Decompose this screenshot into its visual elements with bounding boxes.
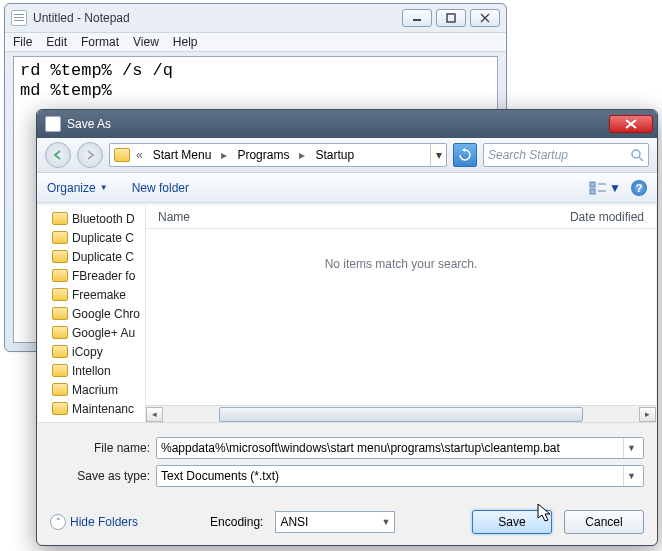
scroll-left-button[interactable]: ◂	[146, 407, 163, 422]
notepad-titlebar[interactable]: Untitled - Notepad	[5, 4, 506, 32]
saveastype-label: Save as type:	[50, 469, 150, 483]
chevron-down-icon: ▼	[100, 183, 108, 192]
chevron-right-icon: ▸	[297, 148, 307, 162]
scroll-right-button[interactable]: ▸	[639, 407, 656, 422]
saveas-icon	[45, 116, 61, 132]
notepad-icon	[11, 10, 27, 26]
tree-item-label: Freemake	[72, 288, 126, 302]
tree-item-label: Macrium	[72, 383, 118, 397]
menu-help[interactable]: Help	[173, 35, 198, 49]
folder-icon	[52, 345, 68, 358]
file-list: Name Date modified No items match your s…	[146, 205, 656, 422]
notepad-title: Untitled - Notepad	[33, 11, 130, 25]
encoding-value: ANSI	[280, 515, 308, 529]
close-button[interactable]	[470, 9, 500, 27]
col-date[interactable]: Date modified	[558, 210, 656, 224]
breadcrumb-seg[interactable]: Programs	[233, 148, 293, 162]
tree-item[interactable]: Macrium	[52, 380, 145, 399]
hide-folders-button[interactable]: ˄ Hide Folders	[50, 514, 138, 530]
forward-button[interactable]	[77, 142, 103, 168]
tree-item[interactable]: Freemake	[52, 285, 145, 304]
breadcrumb[interactable]: « Start Menu ▸ Programs ▸ Startup ▾	[109, 143, 447, 167]
menu-format[interactable]: Format	[81, 35, 119, 49]
tree-item[interactable]: Duplicate C	[52, 247, 145, 266]
saveastype-select[interactable]: Text Documents (*.txt) ▼	[156, 465, 644, 487]
organize-menu[interactable]: Organize ▼	[47, 181, 108, 195]
list-header[interactable]: Name Date modified	[146, 205, 656, 229]
svg-rect-9	[590, 189, 595, 194]
scroll-thumb[interactable]	[219, 407, 583, 422]
close-button[interactable]	[609, 115, 653, 133]
tree-item-label: Intellon	[72, 364, 111, 378]
tree-item[interactable]: Intellon	[52, 361, 145, 380]
folder-icon	[52, 364, 68, 377]
tree-item[interactable]: Duplicate C	[52, 228, 145, 247]
svg-line-7	[639, 157, 643, 161]
chevron-right-icon: ▸	[219, 148, 229, 162]
chevron-down-icon[interactable]: ▼	[381, 517, 390, 527]
folder-icon	[52, 288, 68, 301]
folder-icon	[52, 269, 68, 282]
footer: ˄ Hide Folders Encoding: ANSI ▼ Save Can…	[38, 500, 656, 544]
view-icon	[589, 181, 607, 195]
chevron-down-icon[interactable]: ▼	[623, 438, 639, 458]
folder-icon	[52, 250, 68, 263]
breadcrumb-seg[interactable]: Startup	[311, 148, 358, 162]
encoding-label: Encoding:	[210, 515, 263, 529]
tree-item[interactable]: iCopy	[52, 342, 145, 361]
tree-item[interactable]: FBreader fo	[52, 266, 145, 285]
search-icon	[630, 148, 644, 162]
toolbar: Organize ▼ New folder ▼ ?	[37, 173, 657, 203]
tree-item-label: FBreader fo	[72, 269, 135, 283]
filename-label: File name:	[50, 441, 150, 455]
saveas-titlebar[interactable]: Save As	[37, 110, 657, 138]
col-name[interactable]: Name	[146, 210, 558, 224]
save-button[interactable]: Save	[472, 510, 552, 534]
maximize-button[interactable]	[436, 9, 466, 27]
tree-item[interactable]: Google+ Au	[52, 323, 145, 342]
folder-tree[interactable]: Bluetooth DDuplicate CDuplicate CFBreade…	[38, 205, 146, 422]
filename-input[interactable]: %appdata%\microsoft\windows\start menu\p…	[156, 437, 644, 459]
chevron-down-icon: ▼	[609, 181, 621, 195]
svg-rect-1	[447, 14, 455, 22]
tree-item[interactable]: Google Chro	[52, 304, 145, 323]
chevron-down-icon[interactable]: ▼	[623, 466, 639, 486]
saveastype-value: Text Documents (*.txt)	[161, 469, 279, 483]
tree-item[interactable]: Bluetooth D	[52, 209, 145, 228]
notepad-menubar: File Edit Format View Help	[5, 32, 506, 52]
folder-icon	[52, 307, 68, 320]
empty-message: No items match your search.	[146, 229, 656, 405]
cancel-button[interactable]: Cancel	[564, 510, 644, 534]
svg-rect-8	[590, 182, 595, 187]
filename-value: %appdata%\microsoft\windows\start menu\p…	[161, 441, 560, 455]
menu-file[interactable]: File	[13, 35, 32, 49]
new-folder-button[interactable]: New folder	[132, 181, 189, 195]
tree-item-label: Duplicate C	[72, 231, 134, 245]
breadcrumb-dropdown[interactable]: ▾	[430, 144, 446, 166]
help-button[interactable]: ?	[631, 180, 647, 196]
back-button[interactable]	[45, 142, 71, 168]
tree-item-label: Duplicate C	[72, 250, 134, 264]
fields-area: File name: %appdata%\microsoft\windows\s…	[38, 429, 656, 497]
chevron-left-icon: «	[134, 148, 145, 162]
view-options-button[interactable]: ▼	[589, 181, 621, 195]
svg-point-6	[632, 150, 640, 158]
tree-item-label: Google Chro	[72, 307, 140, 321]
folder-icon	[114, 148, 130, 162]
tree-item-label: Google+ Au	[72, 326, 135, 340]
horizontal-scrollbar[interactable]: ◂ ▸	[146, 405, 656, 422]
tree-item[interactable]: Maintenanc	[52, 399, 145, 418]
refresh-button[interactable]	[453, 143, 477, 167]
menu-edit[interactable]: Edit	[46, 35, 67, 49]
breadcrumb-seg[interactable]: Start Menu	[149, 148, 216, 162]
folder-icon	[52, 402, 68, 415]
encoding-select[interactable]: ANSI ▼	[275, 511, 395, 533]
minimize-button[interactable]	[402, 9, 432, 27]
folder-icon	[52, 383, 68, 396]
scroll-track[interactable]	[164, 407, 638, 422]
menu-view[interactable]: View	[133, 35, 159, 49]
folder-icon	[52, 326, 68, 339]
search-input[interactable]: Search Startup	[483, 143, 649, 167]
saveas-dialog: Save As « Start Menu ▸ Programs ▸ Startu…	[36, 109, 658, 546]
folder-icon	[52, 231, 68, 244]
